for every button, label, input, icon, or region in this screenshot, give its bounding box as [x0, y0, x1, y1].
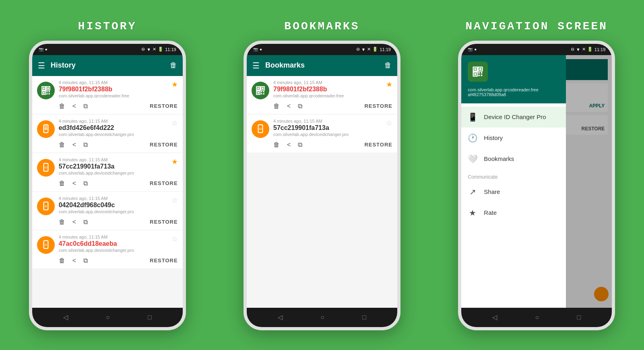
svg-rect-26 [263, 91, 264, 92]
share-item-button[interactable]: < [287, 103, 291, 110]
drawer-item-share[interactable]: ↗ Share [461, 181, 566, 202]
item-actions: 🗑 < ⧉ RESTORE [37, 257, 178, 264]
recents-nav-button[interactable]: □ [577, 314, 581, 321]
drawer-item-main[interactable]: 📱 Device ID Changer Pro [461, 107, 566, 128]
time-display: 11:19 [380, 47, 391, 52]
back-nav-button[interactable]: ◁ [278, 313, 283, 321]
history-list: 4 minutes ago, 11:15 AM 79f9801f2bf2388b… [32, 76, 183, 308]
battery-icon: 🔋 [372, 47, 378, 52]
share-item-button[interactable]: < [72, 180, 76, 187]
item-info: 4 minutes ago, 11:15 AM 79f9801f2bf2388b… [59, 80, 167, 98]
bookmark-star[interactable]: ★ [386, 80, 392, 89]
delete-button[interactable]: 🗑 [384, 61, 392, 70]
drawer-item-label: Bookmarks [484, 155, 514, 162]
data-icon: ✕ [582, 47, 586, 52]
restore-button[interactable]: RESTORE [150, 257, 178, 264]
status-bar: 📷 ● ⊖ ▼ ✕ 🔋 11:19 [461, 44, 612, 55]
bookmarks-section: BOOKMARKS 📷 ● ⊖ ▼ ✕ 🔋 11:19 ☰ Bookmarks … [244, 20, 400, 330]
drawer-item-bookmarks[interactable]: 🤍 Bookmarks [461, 148, 566, 169]
delete-item-button[interactable]: 🗑 [59, 141, 65, 148]
nav-overlay[interactable] [566, 55, 612, 308]
copy-item-button[interactable]: ⧉ [83, 218, 88, 226]
wifi-icon: ▼ [576, 47, 580, 52]
status-bar: 📷 ● ⊖ ▼ ✕ 🔋 11:19 [247, 44, 397, 55]
bookmark-star[interactable]: ☆ [386, 119, 392, 128]
drawer-item-rate[interactable]: ★ Rate [461, 202, 566, 223]
status-left: 📷 ● [468, 47, 477, 51]
bookmark-star[interactable]: ☆ [171, 235, 178, 243]
share-item-button[interactable]: < [72, 257, 76, 264]
back-nav-button[interactable]: ◁ [492, 313, 497, 321]
item-id: 79f9801f2bf2388b [273, 86, 382, 93]
delete-item-button[interactable]: 🗑 [59, 257, 65, 264]
restore-button[interactable]: RESTORE [364, 103, 392, 109]
recents-nav-button[interactable]: □ [148, 314, 152, 321]
copy-item-button[interactable]: ⧉ [83, 141, 88, 148]
home-nav-button[interactable]: ○ [320, 314, 324, 321]
copy-item-button[interactable]: ⧉ [83, 257, 88, 264]
nav-phone-content: ☰ Device ID Changer Pro com.silverlab.ap… [461, 55, 612, 308]
item-timestamp: 4 minutes ago, 11:15 AM [59, 80, 167, 85]
drawer-item-history[interactable]: 🕐 History [461, 128, 566, 148]
bookmark-star[interactable]: ★ [171, 157, 178, 166]
svg-rect-22 [262, 87, 263, 89]
delete-item-button[interactable]: 🗑 [273, 141, 280, 148]
item-timestamp: 4 minutes ago, 11:15 AM [59, 196, 167, 201]
bookmark-star[interactable]: ☆ [171, 119, 178, 128]
history-section-title: HISTORY [78, 20, 137, 33]
delete-button[interactable]: 🗑 [170, 61, 177, 70]
drawer-device-id: af482753788d09a8 [468, 92, 559, 97]
recents-nav-button[interactable]: □ [362, 314, 366, 321]
copy-item-button[interactable]: ⧉ [298, 141, 302, 148]
restore-button[interactable]: RESTORE [150, 219, 178, 225]
restore-button[interactable]: RESTORE [150, 142, 178, 148]
delete-item-button[interactable]: 🗑 [59, 180, 65, 187]
item-actions: 🗑 < ⧉ RESTORE [37, 141, 178, 148]
navigation-section: NAVIGATION SCREEN 📷 ● ⊖ ▼ ✕ 🔋 11:19 ☰ De… [458, 20, 615, 330]
restore-button[interactable]: RESTORE [364, 142, 392, 148]
delete-item-button[interactable]: 🗑 [273, 103, 280, 110]
restore-button[interactable]: RESTORE [150, 103, 178, 109]
list-item: ID 4 minutes ago, 11:15 AM 042042df968c0… [32, 192, 183, 230]
list-item: ID 4 minutes ago, 11:15 AM ed3fd426e6f4d… [32, 115, 183, 152]
item-timestamp: 4 minutes ago, 11:15 AM [59, 235, 167, 239]
bookmarks-section-title: BOOKMARKS [284, 20, 359, 33]
svg-rect-28 [263, 93, 264, 94]
item-package: com.silverlab.app.qrcodereader.free [59, 93, 167, 98]
copy-item-button[interactable]: ⧉ [83, 180, 88, 187]
hamburger-button[interactable]: ☰ [252, 61, 260, 70]
data-icon: ✕ [367, 47, 371, 52]
bookmarks-app-bar: ☰ Bookmarks 🗑 [247, 55, 397, 76]
svg-rect-36 [475, 73, 477, 75]
wifi-icon: ▼ [361, 47, 366, 52]
restore-button[interactable]: RESTORE [150, 180, 178, 186]
share-item-button[interactable]: < [72, 103, 76, 110]
delete-item-button[interactable]: 🗑 [59, 103, 65, 110]
appbar-title: History [51, 61, 164, 70]
item-header: ID 4 minutes ago, 11:15 AM 47ac0c6dd18ea… [37, 235, 178, 254]
svg-rect-1 [43, 87, 44, 89]
bookmark-star[interactable]: ★ [171, 80, 178, 89]
history-app-bar: ☰ History 🗑 [32, 55, 183, 76]
share-item-button[interactable]: < [72, 218, 76, 226]
app-icon-device: ID [37, 120, 55, 138]
svg-rect-24 [257, 92, 259, 93]
phone-bottom-nav: ◁ ○ □ [32, 308, 183, 327]
status-left: 📷 ● [253, 47, 262, 51]
delete-item-button[interactable]: 🗑 [59, 218, 65, 226]
drawer-package-name: com.silverlab.app.qrcodereader.free [468, 87, 559, 92]
share-item-button[interactable]: < [287, 141, 291, 148]
home-nav-button[interactable]: ○ [535, 314, 539, 321]
item-header: ID 4 minutes ago, 11:15 AM 57cc219901fa7… [37, 157, 178, 177]
copy-item-button[interactable]: ⧉ [83, 103, 88, 110]
copy-item-button[interactable]: ⧉ [298, 103, 302, 110]
share-item-button[interactable]: < [72, 141, 76, 148]
hamburger-button[interactable]: ☰ [38, 61, 45, 70]
list-item: 4 minutes ago, 11:15 AM 79f9801f2bf2388b… [32, 76, 183, 114]
list-item: ID 4 minutes ago, 11:15 AM 57cc219901fa7… [247, 115, 397, 152]
svg-rect-40 [481, 74, 483, 76]
star-icon: ★ [468, 208, 477, 218]
home-nav-button[interactable]: ○ [106, 314, 110, 321]
bookmark-star[interactable]: ☆ [171, 196, 178, 205]
back-nav-button[interactable]: ◁ [63, 313, 68, 321]
